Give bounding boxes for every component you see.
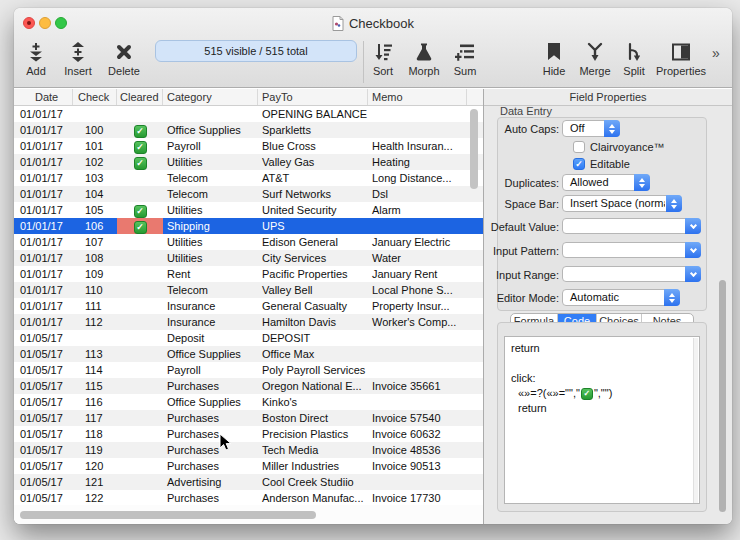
table-row[interactable]: 01/01/17 102 ✓ Utilities Valley Gas Heat… [14,154,483,170]
cell-check: 121 [73,474,117,490]
cell-memo: Invoice 48536 [368,442,467,458]
code-editor[interactable]: return click: «»=?(«»="","✓","") return [504,336,700,504]
record-counter[interactable]: 515 visible / 515 total [155,40,357,62]
panel-scrollbar-thumb[interactable] [719,280,726,512]
cleared-checkmark-icon: ✓ [134,141,147,154]
cell-check: 118 [73,426,117,442]
table-row[interactable]: 01/05/17 119 Purchases Tech Media Invoic… [14,442,483,458]
editor-mode-popup[interactable]: Automatic [562,289,680,306]
merge-label: Merge [579,65,610,77]
table-row[interactable]: 01/01/17 111 Insurance General Casualty … [14,298,483,314]
space-bar-value: Insert Space (normal) [563,196,665,211]
cleared-checkmark-icon: ✓ [134,157,147,170]
table-row[interactable]: 01/01/17 OPENING BALANCE [14,106,483,122]
cell-check: 101 [73,138,117,154]
panel-title: Field Properties [484,89,732,106]
table-row[interactable]: 01/01/17 100 ✓ Office Supplies Sparklett… [14,122,483,138]
cell-category [163,106,258,122]
properties-button[interactable]: Properties [651,38,711,84]
table-row[interactable]: 01/01/17 104 Telecom Surf Networks Dsl [14,186,483,202]
table-row[interactable]: 01/01/17 110 Telecom Valley Bell Local P… [14,282,483,298]
code-line: return [511,401,693,416]
cell-date: 01/05/17 [14,362,73,378]
space-bar-popup[interactable]: Insert Space (normal) [562,195,682,212]
table-header: Date Check Cleared Category PayTo Memo [14,89,483,106]
cell-payto: Valley Gas [258,154,368,170]
default-value-combo[interactable] [562,218,701,234]
code-scrollbar-track[interactable] [693,338,698,504]
popup-stepper-icon [664,289,680,306]
table-row[interactable]: 01/05/17 117 Purchases Boston Direct Inv… [14,410,483,426]
cell-check: 114 [73,362,117,378]
table-row[interactable]: 01/05/17 113 Office Supplies Office Max [14,346,483,362]
table-row[interactable]: 01/01/17 109 Rent Pacific Properties Jan… [14,266,483,282]
cell-payto: Kinko's [258,394,368,410]
cell-date: 01/01/17 [14,282,73,298]
column-header-memo[interactable]: Memo [368,89,467,105]
column-header-check[interactable]: Check [73,89,117,105]
input-pattern-combo[interactable] [562,242,701,258]
table-row[interactable]: 01/05/17 114 Payroll Poly Payroll Servic… [14,362,483,378]
table-row[interactable]: 01/01/17 103 Telecom AT&T Long Distance.… [14,170,483,186]
sort-button[interactable]: Sort [364,38,402,84]
input-range-combo[interactable] [562,266,701,282]
cell-date: 01/05/17 [14,442,73,458]
table-row[interactable]: 01/05/17 116 Office Supplies Kinko's [14,394,483,410]
table-row[interactable]: 01/01/17 112 Insurance Hamilton Davis Wo… [14,314,483,330]
cell-category: Purchases [163,410,258,426]
properties-icon [671,38,691,65]
table-row[interactable]: 01/01/17 108 Utilities City Services Wat… [14,250,483,266]
morph-button[interactable]: Morph [403,38,445,84]
table-row[interactable]: 01/05/17 122 Purchases Anderson Manufac.… [14,490,483,506]
duplicates-popup[interactable]: Allowed [562,174,650,191]
table-row[interactable]: 01/01/17 101 ✓ Payroll Blue Cross Health… [14,138,483,154]
horizontal-scrollbar-thumb[interactable] [20,511,316,519]
cell-date: 01/05/17 [14,330,73,346]
cell-memo: Local Phone S... [368,282,467,298]
column-header-cleared[interactable]: Cleared [117,89,163,105]
cell-memo [368,218,467,234]
morph-label: Morph [408,65,439,77]
clairvoyance-checkbox[interactable] [573,141,585,153]
titlebar: Checkbook [14,15,732,32]
hide-button[interactable]: Hide [535,38,573,84]
cell-payto: UPS [258,218,368,234]
merge-icon [585,38,605,65]
horizontal-scrollbar-track [14,505,483,524]
cell-cleared [117,362,163,378]
sum-button[interactable]: Sum [445,38,485,84]
delete-button[interactable]: Delete [102,38,146,84]
cell-cleared [117,170,163,186]
table-row[interactable]: 01/05/17 Deposit DEPOSIT [14,330,483,346]
space-bar-label: Space Bar: [460,198,559,210]
cell-memo: Invoice 35661 [368,378,467,394]
editable-checkbox[interactable]: ✓ [573,158,585,170]
window-title: Checkbook [349,16,414,31]
table-row[interactable]: 01/05/17 121 Advertising Cool Creek Stud… [14,474,483,490]
cell-memo: Dsl [368,186,467,202]
cleared-checkmark-icon: ✓ [134,205,147,218]
cell-category: Deposit [163,330,258,346]
table-row[interactable]: 01/05/17 115 Purchases Oregon National E… [14,378,483,394]
split-button[interactable]: Split [616,38,652,84]
cell-check: 117 [73,410,117,426]
column-header-category[interactable]: Category [163,89,258,105]
auto-caps-popup[interactable]: Off [562,120,620,137]
cell-date: 01/01/17 [14,266,73,282]
table-row[interactable]: 01/05/17 118 Purchases Precision Plastic… [14,426,483,442]
document-icon [332,16,344,31]
column-header-payto[interactable]: PayTo [258,89,368,105]
add-button[interactable]: Add [16,38,56,84]
table-row[interactable]: 01/01/17 105 ✓ Utilities United Security… [14,202,483,218]
sum-label: Sum [454,65,477,77]
insert-button[interactable]: Insert [56,38,100,84]
toolbar-overflow-button[interactable]: » [712,45,732,61]
table-row[interactable]: 01/05/17 120 Purchases Miller Industries… [14,458,483,474]
cell-check: 119 [73,442,117,458]
merge-button[interactable]: Merge [573,38,617,84]
combo-dropdown-icon [685,266,701,282]
table-row[interactable]: 01/01/17 106 ✓ Shipping UPS [14,218,483,234]
cell-check: 110 [73,282,117,298]
table-row[interactable]: 01/01/17 107 Utilities Edison General Ja… [14,234,483,250]
column-header-date[interactable]: Date [14,89,73,105]
